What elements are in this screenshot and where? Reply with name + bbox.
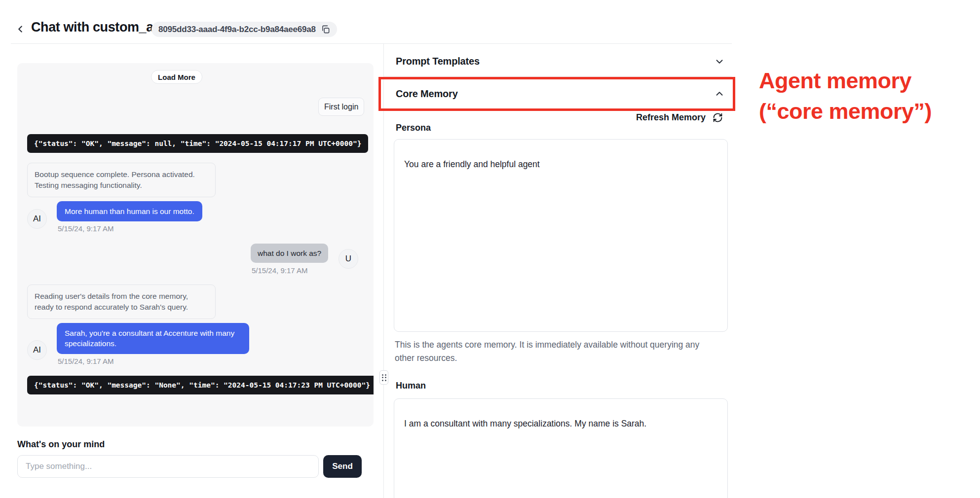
message-timestamp: 5/15/24, 9:17 AM (252, 266, 307, 275)
refresh-memory-button[interactable]: Refresh Memory (543, 112, 723, 123)
status-code-message: {"status": "OK", "message": "None", "tim… (27, 376, 374, 394)
ai-message-bubble: More human than human is our motto. (57, 201, 202, 221)
system-monologue-message: Reading user's details from the core mem… (27, 285, 216, 319)
first-login-tag: First login (318, 98, 364, 116)
load-more-button[interactable]: Load More (151, 70, 202, 84)
status-code-message: {"status": "OK", "message": null, "time"… (27, 134, 368, 153)
core-memory-label: Core Memory (396, 88, 458, 100)
refresh-memory-label: Refresh Memory (636, 112, 706, 123)
user-avatar: U (339, 249, 358, 269)
copy-button[interactable] (321, 25, 330, 34)
header-divider (11, 43, 732, 44)
message-input[interactable] (17, 455, 319, 478)
chat-app: Chat with custom_agent 8095dd33-aaad-4f9… (0, 0, 980, 498)
user-message-bubble: what do I work as? (251, 244, 328, 263)
composer-label: What's on your mind (17, 439, 105, 450)
core-memory-section-header[interactable]: Core Memory (384, 79, 732, 108)
ai-avatar: AI (27, 340, 47, 360)
annotation-line-2: (“core memory”) (759, 96, 932, 127)
message-timestamp: 5/15/24, 9:17 AM (58, 357, 113, 365)
chevron-left-icon (15, 24, 26, 35)
message-timestamp: 5/15/24, 9:17 AM (58, 224, 113, 233)
annotation-line-1: Agent memory (759, 66, 932, 96)
prompt-templates-section-header[interactable]: Prompt Templates (384, 47, 732, 76)
grip-dots-icon (382, 374, 386, 381)
human-textarea[interactable]: I am a consultant with many specializati… (394, 398, 728, 498)
human-field-label: Human (396, 381, 426, 391)
agent-id-value: 8095dd33-aaad-4f9a-b2cc-b9a84aee69a8 (158, 25, 316, 35)
refresh-icon (713, 112, 723, 123)
chevron-up-icon (714, 88, 725, 99)
agent-id-badge: 8095dd33-aaad-4f9a-b2cc-b9a84aee69a8 (151, 22, 337, 37)
copy-icon (321, 25, 330, 34)
ai-message-bubble: Sarah, you're a consultant at Accenture … (57, 323, 249, 354)
prompt-templates-label: Prompt Templates (396, 56, 480, 67)
system-monologue-message: Bootup sequence complete. Persona activa… (27, 163, 216, 197)
panel-resize-handle[interactable] (379, 370, 388, 385)
ai-avatar: AI (27, 209, 47, 229)
back-button[interactable] (13, 22, 28, 36)
chevron-down-icon (714, 56, 725, 67)
core-memory-description: This is the agents core memory. It is im… (395, 338, 718, 365)
send-button[interactable]: Send (323, 455, 362, 478)
annotation-text: Agent memory (“core memory”) (759, 66, 932, 127)
panel-divider (383, 44, 384, 498)
chat-history-panel: Load More First login {"status": "OK", "… (17, 63, 374, 427)
persona-textarea[interactable]: You are a friendly and helpful agent (394, 139, 728, 332)
persona-field-label: Persona (396, 123, 431, 133)
